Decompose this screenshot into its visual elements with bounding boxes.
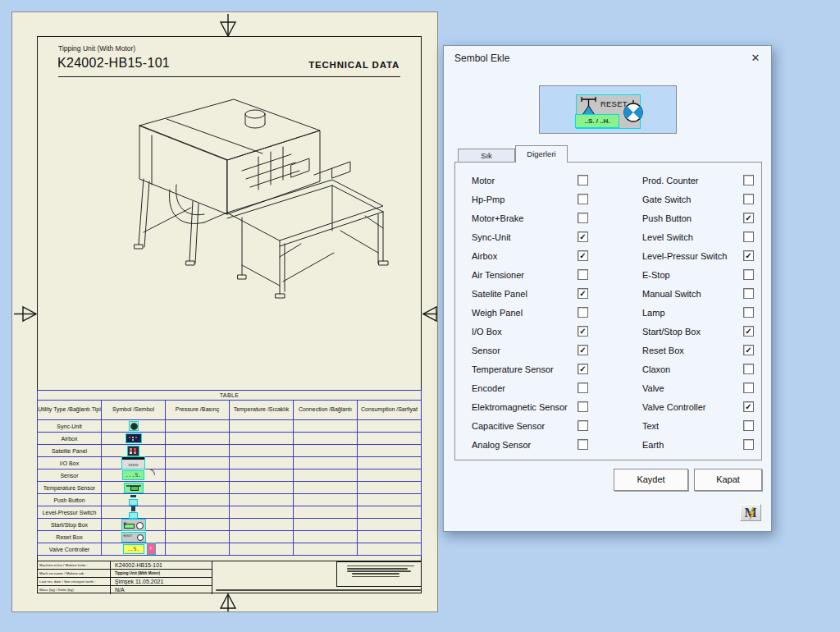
empty-cell — [294, 519, 358, 531]
company-info-illegible — [336, 561, 422, 587]
title-block-label: Machine nr/no / Makine kodu : — [37, 561, 111, 569]
table-row: Reset BoxRESET — [38, 531, 422, 543]
checkbox-level-pressur-switch[interactable]: ✓ — [743, 250, 754, 261]
checkbox-row: Capacitive Sensor — [455, 420, 595, 432]
checkbox-claxon[interactable] — [743, 364, 754, 374]
table-column-header: Symbol /Sembol — [102, 401, 166, 420]
checkbox-elektromagnetic-sensor[interactable] — [578, 401, 588, 412]
checkbox-prod-counter[interactable] — [743, 175, 754, 185]
empty-cell — [230, 469, 294, 482]
checkbox-gate-switch[interactable] — [743, 194, 754, 204]
title-block-row: Last rev. date / Son revizyon tarihi :Şi… — [37, 578, 212, 586]
empty-cell — [230, 445, 294, 457]
checkbox-row: Sync-Unit✓ — [455, 231, 595, 243]
checkbox-label: Reset Box — [642, 346, 684, 355]
checkbox-start-stop-box[interactable]: ✓ — [743, 326, 754, 337]
checkbox-row: Hp-Pmp — [455, 194, 595, 205]
table-row: Sensor...S. — [38, 469, 422, 482]
push-button-symbol — [130, 495, 137, 505]
table-row: Push Button — [38, 494, 422, 506]
checkbox-text[interactable] — [743, 420, 754, 431]
checkbox-valve[interactable] — [743, 382, 754, 393]
checkbox-capacitive-sensor[interactable] — [578, 420, 588, 431]
checkbox-lamp[interactable] — [743, 307, 754, 318]
valve-controller-icon — [623, 100, 644, 123]
checkbox-sensor[interactable]: ✓ — [578, 345, 588, 355]
title-block-fields: Machine nr/no / Makine kodu :K24002-HB15… — [37, 561, 212, 594]
table-row: Satelite Panel — [38, 445, 422, 457]
symbol-cell — [102, 494, 166, 506]
table-row: I/O BoxXXXXX — [38, 457, 422, 469]
checkbox-row: E-Stop — [626, 269, 757, 281]
close-button[interactable]: Kapat — [694, 469, 762, 491]
checkbox-encoder[interactable] — [578, 382, 588, 393]
checkbox-hp-pmp[interactable] — [578, 194, 588, 204]
checkbox-label: Manual Switch — [642, 289, 701, 299]
checkbox-row: Push Button✓ — [626, 213, 757, 224]
checkbox-row: Elektromagnetic Sensor — [455, 401, 595, 413]
checkbox-level-switch[interactable] — [743, 231, 754, 242]
checkbox-manual-switch[interactable] — [743, 288, 754, 299]
checkbox-motor[interactable] — [578, 175, 588, 185]
checkbox-label: Valve — [642, 383, 664, 393]
title-block-row: Mass (kg) / Kütle (kg) :N/A — [37, 586, 212, 594]
checkbox-row: Valve Controller✓ — [626, 401, 757, 413]
airbox-symbol — [126, 434, 141, 442]
title-block-row: Machine nr/no / Makine kodu :K24002-HB15… — [37, 561, 212, 570]
empty-cell — [230, 433, 294, 445]
checkbox-earth[interactable] — [743, 439, 754, 450]
empty-cell — [294, 445, 358, 457]
checkbox-row: Manual Switch — [626, 288, 757, 300]
empty-cell — [166, 531, 230, 543]
empty-cell — [166, 506, 230, 519]
title-block-label: Mass (kg) / Kütle (kg) : — [37, 586, 111, 594]
checkbox-airbox[interactable]: ✓ — [578, 250, 588, 261]
valve-controller-symbol: ..S.P — [124, 545, 144, 553]
utility-type-cell: I/O Box — [38, 457, 102, 469]
checkbox-reset-box[interactable]: ✓ — [743, 345, 754, 355]
empty-cell — [166, 457, 230, 469]
checkbox-sync-unit[interactable]: ✓ — [578, 231, 588, 242]
checkbox-e-stop[interactable] — [743, 269, 754, 280]
checkbox-temperature-sensor[interactable]: ✓ — [578, 364, 588, 374]
utility-type-cell: Level-Pressur Switch — [38, 506, 102, 519]
checkbox-valve-controller[interactable]: ✓ — [743, 401, 754, 412]
empty-cell — [294, 543, 358, 556]
checkbox-motor-brake[interactable] — [578, 213, 588, 223]
checkbox-label: I/O Box — [472, 327, 502, 337]
symbol-cell — [102, 433, 166, 445]
checkbox-push-button[interactable]: ✓ — [743, 213, 754, 223]
checkbox-label: Elektromagnetic Sensor — [472, 402, 568, 412]
checkbox-label: Hp-Pmp — [472, 195, 504, 204]
footer-note-illegible — [216, 589, 421, 591]
start-stop-box-symbol: H — [122, 520, 145, 530]
reset-box-symbol: RESET — [122, 533, 145, 542]
empty-cell — [166, 433, 230, 445]
checkbox-weigh-panel[interactable] — [578, 307, 588, 318]
checkbox-analog-sensor[interactable] — [578, 439, 588, 450]
empty-cell — [294, 494, 358, 506]
checkbox-i-o-box[interactable]: ✓ — [578, 326, 588, 337]
sheet-header-right: TECHNICAL DATA — [308, 60, 399, 70]
machine-isometric-drawing — [94, 93, 390, 302]
empty-cell — [358, 445, 422, 457]
symbol-cell: RESET — [102, 531, 166, 543]
tab-digerleri[interactable]: Digerleri — [515, 145, 568, 163]
checkbox-row: Valve — [626, 382, 757, 394]
tab-sik-kullanilanlar[interactable]: Sık Kullanılanlar — [458, 149, 515, 162]
table-column-header: Pressure /Basınç — [166, 401, 230, 420]
table-column-header: Connection /Bağlantı — [294, 401, 358, 420]
symbol-cell: ...S. — [102, 469, 166, 482]
sheet-header-rule — [58, 76, 400, 77]
checkbox-air-tensioner[interactable] — [578, 269, 588, 280]
close-icon[interactable]: ✕ — [748, 51, 763, 66]
checkbox-label: Lamp — [642, 308, 665, 318]
sync-unit-symbol — [130, 422, 138, 430]
empty-cell — [230, 531, 294, 543]
sensor-symbol: ...S. — [123, 471, 144, 479]
drawing-sheet: Tipping Unit (With Motor) K24002-HB15-10… — [11, 11, 438, 612]
checkbox-satelite-panel[interactable]: ✓ — [578, 288, 588, 299]
save-button[interactable]: Kaydet — [614, 469, 688, 491]
empty-cell — [166, 519, 230, 531]
table-row: Airbox — [38, 433, 422, 445]
